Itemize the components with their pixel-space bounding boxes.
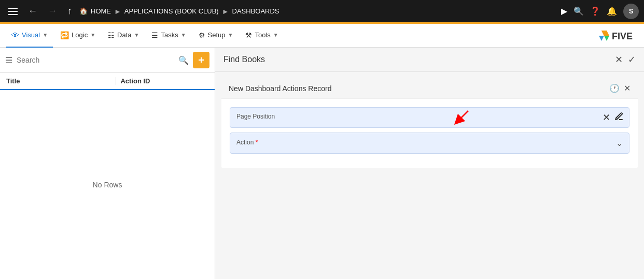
svg-text:FIVE: FIVE	[612, 31, 633, 41]
search-input[interactable]	[17, 56, 174, 64]
record-title: New Dashboard Actions Record	[229, 84, 331, 93]
visual-label: Visual	[22, 31, 40, 39]
gear-icon: ⚙	[199, 31, 205, 39]
app-label[interactable]: APPLICATIONS (BOOK CLUB)	[124, 7, 219, 15]
search-bar: ☰ 🔍 +	[0, 48, 215, 73]
data-caret-icon: ▼	[134, 32, 139, 38]
hamburger-menu-button[interactable]	[5, 6, 21, 17]
tools-caret-icon: ▼	[273, 32, 278, 38]
table-header: Title Action ID	[0, 73, 215, 90]
breadcrumb-separator-1: ►	[114, 7, 121, 16]
data-icon: ☷	[108, 31, 115, 39]
tools-icon: ⚒	[245, 31, 252, 39]
logic-caret-icon: ▼	[90, 32, 95, 38]
record-body: Page Position ✕	[221, 99, 638, 168]
panel-header: Find Books ✕ ✓	[215, 48, 644, 72]
play-button[interactable]: ▶	[561, 6, 567, 16]
column-title: Title	[6, 77, 111, 85]
add-button[interactable]: +	[193, 52, 209, 68]
main-content: ☰ 🔍 + Title Action ID No Rows Find Books…	[0, 48, 644, 279]
page-position-field: Page Position ✕	[230, 107, 629, 128]
page-position-edit-icon[interactable]	[614, 112, 624, 123]
user-avatar[interactable]: S	[623, 4, 639, 19]
record-header-actions: 🕐 ✕	[609, 83, 631, 93]
panel-confirm-button[interactable]: ✓	[628, 54, 636, 65]
search-button[interactable]: 🔍	[573, 6, 584, 16]
nav-item-setup[interactable]: ⚙ Setup ▼	[193, 24, 239, 48]
record-close-icon[interactable]: ✕	[624, 83, 631, 93]
page-position-field-actions: ✕	[603, 112, 624, 123]
column-action-id: Action ID	[120, 77, 208, 85]
eye-icon: 👁	[11, 31, 19, 39]
nav-item-visual[interactable]: 👁 Visual ▼	[6, 24, 53, 48]
page-position-label: Page Position	[236, 113, 623, 120]
tasks-label: Tasks	[161, 31, 178, 39]
dashboard-label[interactable]: DASHBOARDS	[232, 7, 279, 15]
search-icon[interactable]: 🔍	[178, 55, 189, 65]
setup-caret-icon: ▼	[228, 32, 233, 38]
logic-label: Logic	[72, 31, 88, 39]
nav-item-data[interactable]: ☷ Data ▼	[103, 24, 144, 48]
record-header: New Dashboard Actions Record 🕐 ✕	[221, 78, 638, 99]
breadcrumb-separator-2: ►	[222, 7, 229, 16]
logic-icon: 🔁	[60, 31, 69, 39]
hamburger-icon	[8, 8, 18, 15]
data-label: Data	[117, 31, 131, 39]
top-nav-bar: ← → ↑ 🏠 HOME ► APPLICATIONS (BOOK CLUB) …	[0, 0, 644, 24]
nav-item-tasks[interactable]: ☰ Tasks ▼	[146, 24, 191, 48]
right-panel: Find Books ✕ ✓ New Dashboard Actions Rec…	[215, 48, 644, 279]
breadcrumb: 🏠 HOME ► APPLICATIONS (BOOK CLUB) ► DASH…	[79, 7, 279, 16]
sec-nav-items: 👁 Visual ▼ 🔁 Logic ▼ ☷ Data ▼ ☰ Tasks ▼ …	[6, 24, 284, 48]
visual-caret-icon: ▼	[43, 32, 48, 38]
notifications-button[interactable]: 🔔	[607, 6, 617, 16]
record-section: New Dashboard Actions Record 🕐 ✕ Page Po…	[221, 78, 638, 168]
help-button[interactable]: ❓	[590, 6, 600, 16]
record-history-icon[interactable]: 🕐	[609, 83, 620, 93]
back-button[interactable]: ←	[25, 4, 40, 19]
action-dropdown-caret-icon[interactable]: ⌄	[616, 138, 623, 148]
panel-title: Find Books	[223, 55, 265, 64]
tasks-caret-icon: ▼	[181, 32, 186, 38]
secondary-nav-bar: 👁 Visual ▼ 🔁 Logic ▼ ☷ Data ▼ ☰ Tasks ▼ …	[0, 24, 644, 48]
tasks-icon: ☰	[151, 31, 158, 39]
nav-item-logic[interactable]: 🔁 Logic ▼	[55, 24, 101, 48]
panel-close-button[interactable]: ✕	[615, 54, 623, 65]
svg-marker-2	[604, 36, 609, 41]
filter-icon[interactable]: ☰	[5, 55, 12, 65]
action-field[interactable]: Action * ⌄	[230, 133, 629, 154]
left-panel: ☰ 🔍 + Title Action ID No Rows	[0, 48, 215, 279]
setup-label: Setup	[208, 31, 226, 39]
top-nav-right: ▶ 🔍 ❓ 🔔 S	[561, 4, 639, 19]
five-logo-icon: FIVE	[596, 28, 638, 43]
forward-button[interactable]: →	[45, 4, 60, 19]
svg-marker-3	[601, 31, 609, 36]
five-logo-area: FIVE	[596, 28, 638, 43]
up-button[interactable]: ↑	[64, 4, 75, 19]
no-rows-message: No Rows	[0, 90, 215, 279]
panel-header-actions: ✕ ✓	[615, 54, 636, 65]
svg-marker-1	[599, 36, 604, 41]
home-label[interactable]: HOME	[91, 7, 111, 15]
column-divider	[116, 77, 116, 85]
page-position-clear-icon[interactable]: ✕	[603, 112, 610, 123]
action-field-label: Action *	[236, 139, 258, 146]
tools-label: Tools	[255, 31, 270, 39]
home-icon: 🏠	[79, 7, 88, 15]
top-nav-left: ← → ↑ 🏠 HOME ► APPLICATIONS (BOOK CLUB) …	[5, 4, 561, 19]
nav-item-tools[interactable]: ⚒ Tools ▼	[240, 24, 283, 48]
